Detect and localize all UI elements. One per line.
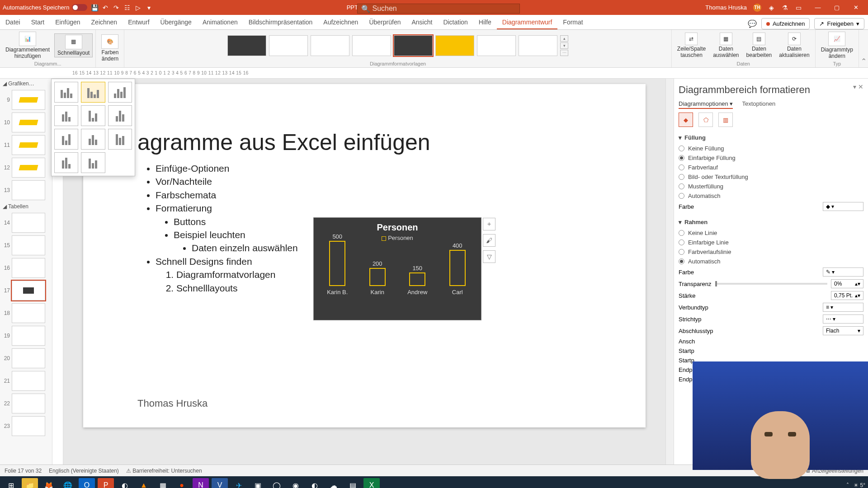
line-solid[interactable]: Einfarbige Linie	[679, 238, 863, 247]
bar-1[interactable]: 200Karin	[362, 260, 393, 296]
fill-picture[interactable]: Bild- oder Texturfüllung	[679, 172, 863, 182]
redo-icon[interactable]: ↷	[113, 4, 120, 11]
share-button[interactable]: ↗Freigeben▾	[814, 18, 864, 29]
bar-3[interactable]: 400Carl	[442, 242, 473, 296]
tab-review[interactable]: Überprüfen	[363, 15, 406, 29]
touchmode-icon[interactable]: ☷	[123, 4, 131, 11]
quicklayout-9[interactable]	[108, 129, 132, 150]
search-input[interactable]: 🔍 Suchen	[357, 4, 520, 14]
fill-gradient[interactable]: Farbverlauf	[679, 163, 863, 172]
line-none[interactable]: Keine Linie	[679, 228, 863, 238]
slide-body[interactable]: Einfüge-Optionen Vor/Nachteile Farbschem…	[137, 162, 298, 295]
quicklayout-4[interactable]	[54, 105, 78, 126]
compound-type[interactable]: ≡ ▾	[823, 303, 863, 312]
dash-type[interactable]: ⋯ ▾	[823, 314, 863, 324]
slide-thumb-17[interactable]: 17	[0, 279, 52, 302]
collapse-ribbon-icon[interactable]: ⌃	[861, 57, 867, 66]
tab-home[interactable]: Start	[26, 15, 50, 29]
slide-thumb-10[interactable]: 10	[0, 111, 52, 134]
border-section[interactable]: ▾ Rahmen	[679, 216, 863, 228]
vlc-icon[interactable]: ▲	[136, 478, 152, 488]
weather-icon[interactable]: ☀ 5°	[854, 482, 865, 488]
maximize-button[interactable]: ▢	[827, 4, 846, 11]
quicklayout-7[interactable]	[54, 129, 78, 150]
start-button[interactable]: ⊞	[3, 478, 19, 488]
accessibility-status[interactable]: ⚠ Barrierefreiheit: Untersuchen	[126, 468, 202, 474]
tab-format[interactable]: Format	[557, 15, 588, 29]
cap-type[interactable]: Flach ▾	[823, 326, 863, 335]
record-button[interactable]: Aufzeichnen	[761, 18, 810, 29]
slide[interactable]: agramme aus Excel einfügen Einfüge-Optio…	[83, 84, 646, 427]
avatar[interactable]: TH	[753, 4, 761, 12]
effects-icon[interactable]: ⬠	[698, 113, 713, 127]
tab-insert[interactable]: Einfügen	[50, 15, 85, 29]
quicklayout-2[interactable]	[81, 82, 105, 103]
fill-auto[interactable]: Automatisch	[679, 191, 863, 201]
tab-design[interactable]: Entwurf	[123, 15, 155, 29]
tab-draw[interactable]: Zeichnen	[86, 15, 123, 29]
slide-thumb-19[interactable]: 19	[0, 324, 52, 347]
slide-thumb-11[interactable]: 11	[0, 134, 52, 156]
flask-icon[interactable]: ⚗	[781, 4, 788, 11]
slide-thumb-15[interactable]: 15	[0, 234, 52, 257]
chart-style-4[interactable]	[352, 35, 391, 56]
edit-data-button[interactable]: ▤Daten bearbeiten	[744, 32, 775, 59]
app3-icon[interactable]: ●	[174, 478, 190, 488]
presentfromstart-icon[interactable]: ▷	[134, 4, 142, 11]
chart-style-7[interactable]	[477, 35, 516, 56]
tab-chartdesign[interactable]: Diagrammentwurf	[497, 15, 557, 29]
language-status[interactable]: Englisch (Vereinigte Staaten)	[49, 468, 119, 474]
slide-thumb-23[interactable]: 23	[0, 415, 52, 437]
explorer-icon[interactable]: 📁	[22, 478, 38, 488]
fill-section[interactable]: ▾ Füllung	[679, 131, 863, 144]
app4-icon[interactable]: ▣	[250, 478, 266, 488]
tab-file[interactable]: Datei	[0, 15, 26, 29]
bar-2[interactable]: 150Andrew	[401, 265, 433, 296]
tab-animations[interactable]: Animationen	[197, 15, 243, 29]
chart-style-5[interactable]	[394, 35, 433, 56]
chart-style-8[interactable]	[519, 35, 557, 56]
outlook-icon[interactable]: O	[79, 478, 95, 488]
autosave-toggle[interactable]: Automatisches Speichern	[3, 4, 87, 11]
change-chart-type-button[interactable]: 📈Diagrammtyp ändern	[818, 31, 856, 60]
app2-icon[interactable]: ▦	[155, 478, 171, 488]
comments-icon[interactable]: 💬	[748, 19, 757, 28]
chart-filters-icon[interactable]: ▽	[483, 250, 495, 263]
tab-view[interactable]: Ansicht	[406, 15, 438, 29]
tab-record[interactable]: Aufzeichnen	[318, 15, 363, 29]
slide-title[interactable]: agramme aus Excel einfügen	[137, 129, 430, 155]
undo-icon[interactable]: ↶	[102, 4, 109, 11]
onenote-icon[interactable]: N	[193, 478, 209, 488]
slide-thumb-18[interactable]: 18	[0, 302, 52, 324]
pane-tab-textoptions[interactable]: Textoptionen	[742, 100, 775, 109]
minimize-button[interactable]: —	[808, 4, 827, 11]
app9-icon[interactable]: ▤	[344, 478, 361, 488]
telegram-icon[interactable]: ✈	[231, 478, 247, 488]
gallery-down-icon[interactable]: ▾	[560, 42, 568, 49]
gallery-up-icon[interactable]: ▴	[560, 35, 568, 42]
powerpoint-icon[interactable]: P	[98, 478, 114, 488]
slide-counter[interactable]: Folie 17 von 32	[5, 468, 42, 474]
select-data-button[interactable]: ▦Daten auswählen	[710, 32, 741, 59]
slide-thumb-9[interactable]: 9	[0, 89, 52, 111]
slide-thumb-20[interactable]: 20	[0, 347, 52, 370]
chart-style-2[interactable]	[269, 35, 308, 56]
close-button[interactable]: ✕	[846, 4, 865, 11]
tab-transitions[interactable]: Übergänge	[155, 15, 197, 29]
excel-icon[interactable]: X	[363, 478, 380, 488]
slide-thumb-12[interactable]: 12	[0, 156, 52, 179]
visio-icon[interactable]: V	[212, 478, 228, 488]
fill-pattern[interactable]: Musterfüllung	[679, 182, 863, 191]
fill-line-icon[interactable]: ◆	[679, 113, 693, 127]
transparency-input[interactable]: 0%▴▾	[831, 279, 863, 288]
pane-tab-chartoptions[interactable]: Diagrammoptionen ▾	[679, 100, 733, 109]
chart-styles-icon[interactable]: 🖌	[483, 234, 495, 247]
slide-thumb-14[interactable]: 14	[0, 211, 52, 234]
change-colors-button[interactable]: 🎨Farben ändern	[99, 33, 121, 62]
qat-more-icon[interactable]: ▾	[145, 4, 152, 11]
switch-row-col-button[interactable]: ⇄Zeile/Spalte tauschen	[675, 32, 708, 59]
chart-style-3[interactable]	[311, 35, 349, 56]
quicklayout-5[interactable]	[81, 105, 105, 126]
fill-solid[interactable]: Einfarbige Füllung	[679, 153, 863, 163]
slide-thumb-22[interactable]: 22	[0, 392, 52, 415]
